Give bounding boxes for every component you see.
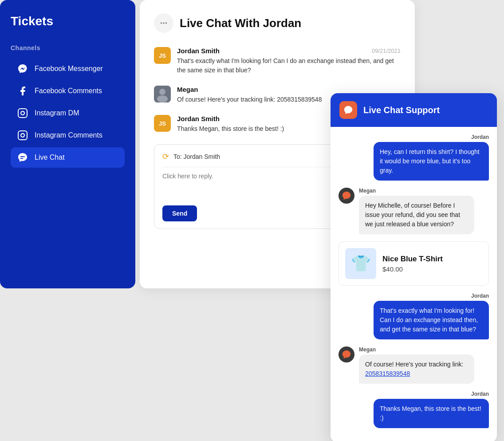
svg-rect-0 — [18, 109, 27, 118]
avatar-megan-support-2 — [339, 346, 354, 362]
avatar-megan-support-1 — [339, 188, 354, 204]
support-panel: Live Chat Support Jordan Hey, can I retu… — [331, 93, 497, 441]
support-message-megan-1: Megan Hey Michelle, of course! Before I … — [339, 188, 489, 234]
avatar-jordan: JS — [154, 47, 171, 64]
live-chat-icon — [17, 152, 28, 163]
sup-sender-megan-1: Megan — [359, 188, 474, 194]
reply-icon: ⟳ — [162, 152, 169, 161]
msg-date-1: 09/21/2021 — [372, 47, 401, 54]
product-name: Nice Blue T-Shirt — [382, 255, 443, 264]
svg-rect-2 — [18, 131, 27, 140]
product-info: Nice Blue T-Shirt $40.00 — [382, 255, 443, 273]
sup-sender-jordan-1: Jordan — [471, 134, 489, 140]
chat-header-icon — [154, 13, 173, 33]
sup-bubble-jordan-3: Thanks Megan, this store is the best! :) — [374, 399, 489, 428]
svg-point-6 — [165, 22, 167, 24]
sidebar-item-label-live-chat: Live Chat — [35, 154, 65, 161]
msg-header-2: Megan — [177, 86, 401, 93]
msg-text-1: That's exactly what I'm looking for! Can… — [177, 56, 401, 75]
sup-megan-2-wrap: Megan Of course! Here's your tracking li… — [359, 346, 474, 384]
sidebar-item-live-chat[interactable]: Live Chat — [11, 147, 125, 168]
sidebar: Tickets Channels Facebook Messenger Face… — [0, 0, 135, 288]
msg-sender-2: Megan — [177, 86, 198, 93]
channels-label: Channels — [11, 44, 125, 51]
sup-sender-megan-2: Megan — [359, 346, 474, 353]
support-message-megan-2: Megan Of course! Here's your tracking li… — [339, 346, 489, 384]
tracking-link[interactable]: 2058315839548 — [365, 370, 410, 377]
sidebar-title: Tickets — [11, 14, 125, 28]
instagram-dm-icon — [17, 107, 28, 119]
svg-point-9 — [157, 95, 168, 102]
sidebar-item-facebook-comments[interactable]: Facebook Comments — [11, 81, 125, 101]
sup-sender-jordan-3: Jordan — [471, 391, 489, 397]
sidebar-item-instagram-dm[interactable]: Instagram DM — [11, 103, 125, 123]
support-message-jordan-2: Jordan That's exactly what I'm looking f… — [339, 293, 489, 339]
reply-to-text: To: Jordan Smith — [173, 153, 220, 160]
msg-sender-1: Jordan Smith — [177, 47, 220, 55]
support-message-jordan-3: Jordan Thanks Megan, this store is the b… — [339, 391, 489, 428]
sup-megan-1-wrap: Megan Hey Michelle, of course! Before I … — [359, 188, 474, 234]
main-title: Live Chat With Jordan — [180, 16, 301, 30]
message-row: JS Jordan Smith 09/21/2021 That's exactl… — [154, 47, 401, 75]
sup-bubble-jordan-2: That's exactly what I'm looking for! Can… — [374, 301, 489, 339]
sup-bubble-megan-2: Of course! Here's your tracking link: 20… — [359, 354, 474, 384]
sup-bubble-jordan-1: Hey, can I return this shirt? I thought … — [374, 142, 489, 181]
svg-point-5 — [161, 22, 162, 24]
product-image: 👕 — [345, 248, 376, 279]
sidebar-item-label-instagram-dm: Instagram DM — [35, 109, 79, 117]
support-header-icon — [339, 101, 357, 119]
support-message-jordan-1: Jordan Hey, can I return this shirt? I t… — [339, 134, 489, 181]
sup-sender-jordan-2: Jordan — [471, 293, 489, 299]
support-panel-title: Live Chat Support — [363, 105, 440, 115]
msg-sender-3: Jordan Smith — [177, 115, 220, 122]
svg-point-4 — [163, 22, 165, 24]
support-body: Jordan Hey, can I return this shirt? I t… — [331, 127, 497, 441]
messenger-icon — [17, 63, 28, 75]
main-header: Live Chat With Jordan — [154, 13, 401, 33]
product-card: 👕 Nice Blue T-Shirt $40.00 — [339, 241, 489, 286]
sidebar-item-facebook-messenger[interactable]: Facebook Messenger — [11, 59, 125, 79]
msg-content-1: Jordan Smith 09/21/2021 That's exactly w… — [177, 47, 401, 75]
support-header: Live Chat Support — [331, 93, 497, 127]
sidebar-item-label-instagram-comments: Instagram Comments — [35, 131, 102, 139]
send-button[interactable]: Send — [162, 205, 197, 221]
sidebar-item-label-facebook-messenger: Facebook Messenger — [35, 65, 103, 73]
avatar-megan — [154, 86, 171, 102]
facebook-icon — [17, 85, 28, 97]
product-price: $40.00 — [382, 265, 443, 273]
instagram-comments-icon — [17, 130, 28, 141]
sidebar-item-label-facebook-comments: Facebook Comments — [35, 87, 102, 95]
svg-point-8 — [159, 89, 165, 95]
avatar-jordan-2: JS — [154, 115, 171, 132]
msg-header-1: Jordan Smith 09/21/2021 — [177, 47, 401, 55]
sidebar-item-instagram-comments[interactable]: Instagram Comments — [11, 125, 125, 146]
sup-bubble-megan-1: Hey Michelle, of course! Before I issue … — [359, 196, 474, 234]
